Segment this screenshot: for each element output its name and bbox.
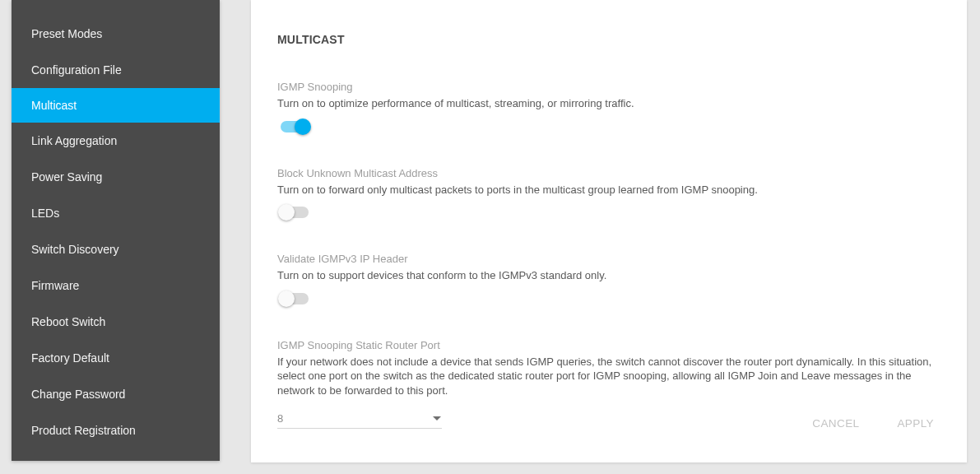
sidebar-item-configuration-file[interactable]: Configuration File (12, 52, 220, 88)
select-value: 8 (277, 412, 432, 425)
sidebar-nav: Preset Modes Configuration File Multicas… (12, 0, 220, 461)
chevron-down-icon (432, 411, 442, 425)
setting-label: Validate IGMPv3 IP Header (277, 253, 941, 265)
sidebar-item-product-registration[interactable]: Product Registration (12, 412, 220, 448)
sidebar-item-reboot-switch[interactable]: Reboot Switch (12, 304, 220, 340)
setting-validate-header: Validate IGMPv3 IP Header Turn on to sup… (277, 253, 941, 308)
setting-desc: Turn on to support devices that conform … (277, 268, 941, 283)
sidebar-item-power-saving[interactable]: Power Saving (12, 159, 220, 195)
validate-header-toggle[interactable] (281, 293, 309, 304)
sidebar-item-firmware[interactable]: Firmware (12, 267, 220, 304)
action-bar: CANCEL APPLY (809, 412, 937, 434)
sidebar-item-preset-modes[interactable]: Preset Modes (12, 0, 220, 52)
setting-desc: If your network does not include a devic… (277, 355, 941, 398)
toggle-knob (295, 118, 311, 135)
page-title: MULTICAST (277, 33, 941, 46)
igmp-snooping-toggle[interactable] (281, 121, 309, 132)
sidebar-item-factory-default[interactable]: Factory Default (12, 340, 220, 376)
setting-label: IGMP Snooping Static Router Port (277, 339, 941, 351)
sidebar-item-link-aggregation[interactable]: Link Aggregation (12, 123, 220, 159)
setting-label: IGMP Snooping (277, 81, 941, 93)
cancel-button[interactable]: CANCEL (809, 412, 862, 434)
setting-desc: Turn on to forward only multicast packet… (277, 183, 941, 198)
setting-desc: Turn on to optimize performance of multi… (277, 96, 941, 111)
setting-block-unknown: Block Unknown Multicast Address Turn on … (277, 167, 941, 222)
sidebar-item-change-password[interactable]: Change Password (12, 376, 220, 412)
setting-igmp-snooping: IGMP Snooping Turn on to optimize perfor… (277, 81, 941, 136)
static-router-port-select[interactable]: 8 (277, 407, 442, 429)
apply-button[interactable]: APPLY (894, 412, 937, 434)
sidebar-item-multicast[interactable]: Multicast (12, 88, 220, 123)
toggle-knob (278, 204, 295, 221)
setting-label: Block Unknown Multicast Address (277, 167, 941, 179)
block-unknown-toggle[interactable] (281, 207, 309, 218)
toggle-knob (278, 290, 295, 307)
main-panel: MULTICAST IGMP Snooping Turn on to optim… (251, 0, 967, 462)
sidebar-item-leds[interactable]: LEDs (12, 195, 220, 231)
sidebar-item-switch-discovery[interactable]: Switch Discovery (12, 231, 220, 267)
